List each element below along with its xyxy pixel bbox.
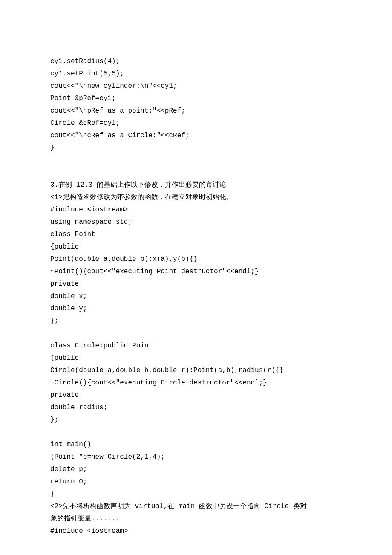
document-page: cy1.setRadius(4);cy1.setPoint(5,5);cout<… (0, 0, 392, 555)
text-line: double x; (50, 290, 342, 303)
text-line: <2>先不将析构函数声明为 virtual,在 main 函数中另设一个指向 C… (50, 500, 342, 513)
text-line: return 0; (50, 476, 342, 488)
blank-line (50, 167, 342, 179)
text-line: cout<<"\npRef as a point:"<<pRef; (50, 105, 342, 117)
text-line: class Point (50, 228, 342, 241)
text-line: {public: (50, 241, 342, 253)
text-content: cy1.setRadius(4);cy1.setPoint(5,5);cout<… (50, 55, 342, 538)
text-line: <1>把构造函数修改为带参数的函数，在建立对象时初始化。 (50, 191, 342, 204)
blank-line (50, 426, 342, 439)
text-line: Point(double a,double b):x(a),y(b){} (50, 253, 342, 266)
text-line: } (50, 488, 342, 500)
text-line: private: (50, 389, 342, 402)
text-line: {Point *p=new Circle(2,1,4); (50, 451, 342, 463)
text-line: private: (50, 278, 342, 290)
text-line: cout<<"\nnew cylinder:\n"<<cy1; (50, 80, 342, 92)
text-line: delete p; (50, 463, 342, 476)
text-line: double y; (50, 303, 342, 315)
text-line: 象的指针变量....... (50, 513, 342, 525)
text-line: } (50, 142, 342, 154)
text-line: #include <iostream> (50, 204, 342, 216)
text-line: class Circle:public Point (50, 340, 342, 352)
text-line: {public: (50, 352, 342, 364)
blank-line (50, 154, 342, 167)
text-line: Circle(double a,double b,double r):Point… (50, 364, 342, 377)
blank-line (50, 327, 342, 340)
text-line: double radius; (50, 402, 342, 414)
text-line: #include <iostream> (50, 525, 342, 538)
text-line: Point &pRef=cy1; (50, 92, 342, 105)
text-line: ~Circle(){cout<<"executing Circle destru… (50, 377, 342, 389)
text-line: int main() (50, 439, 342, 451)
text-line: ~Point(){cout<<"executing Point destruct… (50, 266, 342, 278)
text-line: }; (50, 315, 342, 327)
text-line: }; (50, 414, 342, 426)
text-line: cout<<"\ncRef as a Circle:"<<cRef; (50, 130, 342, 142)
text-line: cy1.setPoint(5,5); (50, 68, 342, 80)
text-line: using namespace std; (50, 216, 342, 228)
text-line: cy1.setRadius(4); (50, 55, 342, 68)
text-line: Circle &cRef=cy1; (50, 117, 342, 130)
text-line: 3.在例 12.3 的基础上作以下修改，并作出必要的市讨论 (50, 179, 342, 191)
